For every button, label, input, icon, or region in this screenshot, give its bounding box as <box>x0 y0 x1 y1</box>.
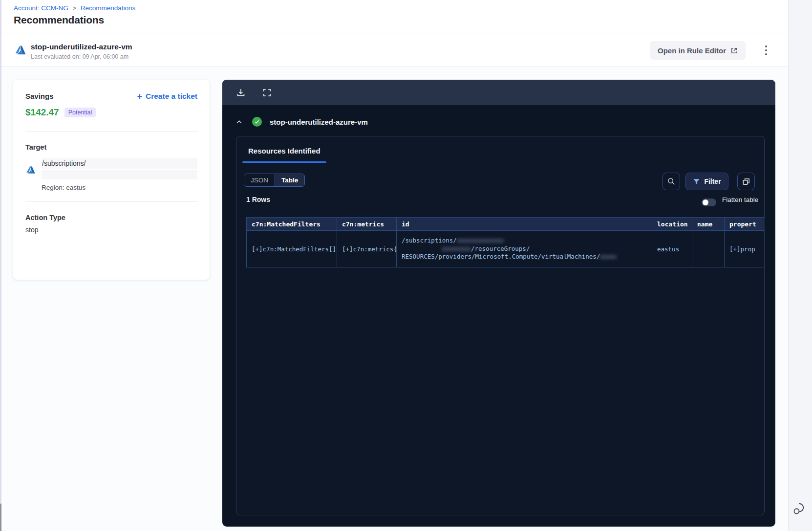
col-metrics: c7n:metrics <box>337 218 397 231</box>
rule-result-header: stop-underutilized-azure-vm <box>222 112 368 132</box>
filter-label: Filter <box>704 177 721 185</box>
active-tab-underline <box>242 161 326 163</box>
divider <box>25 131 197 132</box>
copy-icon <box>742 177 751 186</box>
azure-icon <box>25 164 36 175</box>
target-label: Target <box>25 143 197 151</box>
left-edge <box>0 0 1 531</box>
results-panel: stop-underutilized-azure-vm Resources Id… <box>222 80 775 527</box>
col-matched-filters: c7n:MatchedFilters <box>247 218 337 231</box>
name-cell <box>692 231 725 267</box>
target-region: Region: eastus <box>42 184 197 191</box>
filter-button[interactable]: Filter <box>685 173 728 190</box>
redacted-text <box>457 239 504 243</box>
collapse-chevron-icon[interactable] <box>234 116 244 127</box>
divider <box>25 201 197 202</box>
kebab-menu-icon[interactable] <box>758 42 774 59</box>
copy-button[interactable] <box>737 173 755 190</box>
breadcrumb-recommendations-link[interactable]: Recommendations <box>81 4 136 12</box>
col-location: location <box>652 218 692 231</box>
matched-filters-expander[interactable]: [+]c7n:MatchedFilters[] <box>252 245 336 253</box>
metrics-expander[interactable]: [+]c7n:metrics{} <box>342 245 397 253</box>
col-name: name <box>692 218 725 231</box>
open-in-rule-editor-label: Open in Rule Editor <box>658 46 726 55</box>
search-button[interactable] <box>662 173 680 190</box>
savings-card: Savings + Create a ticket $142.47 Potent… <box>13 80 210 280</box>
page-title: Recommendations <box>14 14 104 26</box>
success-check-icon <box>252 117 262 127</box>
tab-resources-identified[interactable]: Resources Identified <box>248 147 321 155</box>
col-properties: propert <box>725 218 765 231</box>
create-ticket-button[interactable]: + Create a ticket <box>137 92 198 101</box>
filter-funnel-icon <box>693 178 700 185</box>
id-cell: /subscriptions/ /resourceGroups/ RESOURC… <box>397 231 652 267</box>
table-header-row: c7n:MatchedFilters c7n:metrics id locati… <box>247 218 765 231</box>
breadcrumb: Account: CCM-NG > Recommendations <box>14 4 135 12</box>
target-path-redacted <box>42 170 197 179</box>
open-in-rule-editor-button[interactable]: Open in Rule Editor <box>650 41 746 60</box>
last-evaluated-text: Last evaluated on: 09 Apr, 06:00 am <box>31 53 128 60</box>
savings-label: Savings <box>25 92 54 100</box>
resources-table: c7n:MatchedFilters c7n:metrics id locati… <box>246 217 765 267</box>
top-bar: Account: CCM-NG > Recommendations Recomm… <box>0 0 788 33</box>
rows-count: 1 Rows <box>246 196 270 203</box>
resources-identified-panel: Resources Identified JSON Table Filter <box>236 136 765 515</box>
view-json-button[interactable]: JSON <box>244 174 275 186</box>
download-icon[interactable] <box>235 87 246 98</box>
rule-name: stop-underutilized-azure-vm <box>31 43 132 51</box>
action-type-label: Action Type <box>25 214 197 221</box>
potential-badge: Potential <box>64 108 96 117</box>
action-type-value: stop <box>25 226 197 234</box>
search-icon <box>667 177 676 186</box>
breadcrumb-separator-icon: > <box>73 5 76 12</box>
chat-bubbles-icon[interactable] <box>791 501 808 517</box>
fullscreen-icon[interactable] <box>261 87 272 98</box>
table-row: [+]c7n:MatchedFilters[] [+]c7n:metrics{}… <box>247 231 765 267</box>
rule-header: stop-underutilized-azure-vm Last evaluat… <box>0 34 788 67</box>
right-gutter <box>788 0 812 531</box>
view-table-button[interactable]: Table <box>275 174 304 186</box>
redacted-text <box>442 247 471 251</box>
location-cell: eastus <box>652 231 692 267</box>
redacted-text <box>600 255 617 259</box>
col-id: id <box>397 218 652 231</box>
view-mode-toggle: JSON Table <box>244 174 305 187</box>
resources-table-wrap: c7n:MatchedFilters c7n:metrics id locati… <box>246 217 765 267</box>
create-ticket-label: Create a ticket <box>146 92 197 101</box>
breadcrumb-account-link[interactable]: Account: CCM-NG <box>14 4 68 12</box>
target-path: /subscriptions/ <box>42 158 197 169</box>
properties-expander[interactable]: [+]prop <box>729 245 755 253</box>
flatten-table-toggle[interactable] <box>702 199 716 206</box>
results-toolbar <box>222 80 775 105</box>
flatten-table-label: Flatten table <box>722 196 758 203</box>
external-link-icon <box>730 47 738 54</box>
recommendations-page: Account: CCM-NG > Recommendations Recomm… <box>0 0 812 531</box>
plus-icon: + <box>137 93 143 100</box>
panel-rule-name: stop-underutilized-azure-vm <box>270 118 368 126</box>
azure-icon <box>14 44 27 56</box>
left-scrollbar-thumb[interactable] <box>0 504 1 531</box>
savings-amount: $142.47 <box>25 107 59 118</box>
